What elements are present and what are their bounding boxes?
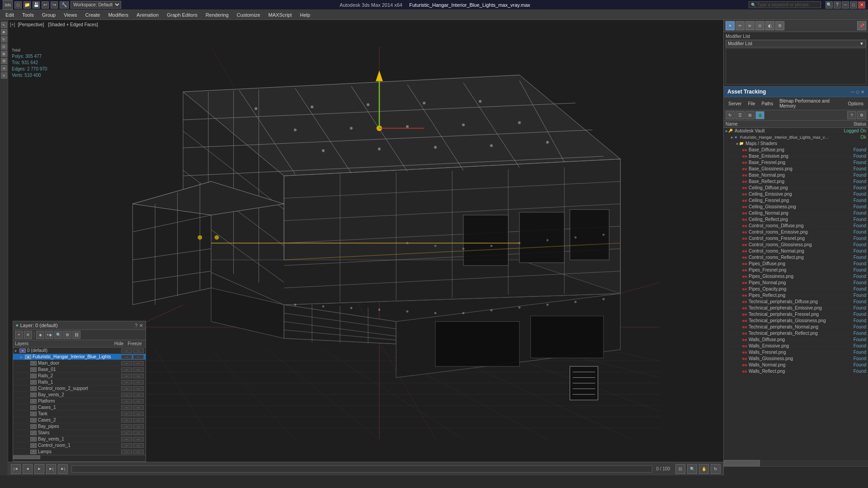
viewport-area[interactable]: [+] [Perspective] [Shaded + Edged Faces]…	[8, 20, 723, 475]
display-panel-icon[interactable]: ◐	[765, 21, 774, 30]
asset-item-pipes-fresnel[interactable]: ■■ Pipes_Fresnel.png Found	[724, 267, 868, 273]
layer-item-base01[interactable]: ○ Base_01 — —	[13, 366, 146, 373]
layer-item-bay-pipes[interactable]: ○ Bay_pipes — —	[13, 423, 146, 430]
asset-menu-bitmap[interactable]: Bitmap Performance and Memory	[777, 98, 844, 109]
asset-item-ceiling-reflect[interactable]: ■■ Ceiling_Reflect.png Found	[724, 216, 868, 223]
asset-restore-btn[interactable]: □	[856, 89, 859, 94]
modify-panel-icon[interactable]: ✏	[736, 21, 745, 30]
render-setup-btn[interactable]: 🔧	[60, 1, 69, 9]
viewport-mode-label[interactable]: [Shaded + Edged Faces]	[47, 22, 99, 28]
sidebar-scale-icon[interactable]: ⊡	[1, 43, 7, 50]
sidebar-link-icon[interactable]: ⛓	[1, 58, 7, 64]
pin-panel-icon[interactable]: 📌	[857, 21, 866, 30]
asset-item-techperi-emissive[interactable]: ■■ Technical_peripherals_Emissive.png Fo…	[724, 305, 868, 311]
minimize-btn[interactable]: ─	[842, 1, 849, 9]
asset-menu-options[interactable]: Options	[845, 101, 866, 107]
modifier-dropdown[interactable]: Modifier List ▼	[726, 40, 866, 47]
asset-item-walls-normal[interactable]: ■■ Walls_Normal.png Found	[724, 362, 868, 368]
undo-btn[interactable]: ↩	[42, 1, 49, 9]
layer-item-default[interactable]: ▸ ● 0 (default) — —	[13, 347, 146, 354]
sidebar-align-icon[interactable]: ≡	[1, 72, 7, 79]
workspace-select[interactable]: Workspace: Default	[71, 1, 121, 9]
layer-item-control-room1[interactable]: ○ Control_room_1 — —	[13, 442, 146, 449]
asset-item-techperi-fresnel[interactable]: ■■ Technical_peripherals_Fresnel.png Fou…	[724, 311, 868, 318]
menu-animation[interactable]: Animation	[133, 11, 162, 19]
layers-delete-btn[interactable]: ✕	[24, 331, 32, 339]
layer-item-control-room2-support[interactable]: ○ Control_room_2_support — —	[13, 385, 146, 392]
asset-list-view-btn[interactable]: ☰	[736, 111, 745, 119]
layers-select-btn[interactable]: ◈	[36, 331, 44, 339]
asset-item-ceiling-normal[interactable]: ■■ Ceiling_Normal.png Found	[724, 210, 868, 216]
search-icon-btn[interactable]: 🔍	[826, 1, 833, 9]
asset-item-pipes-reflect[interactable]: ■■ Pipes_Reflect.png Found	[724, 292, 868, 299]
asset-item-base-fresnel[interactable]: ■■ Base_Fresnel.png Found	[724, 160, 868, 166]
asset-item-base-diffuse[interactable]: ■■ Base_Diffuse.png Found	[724, 147, 868, 153]
asset-item-control-fresnel[interactable]: ■■ Control_rooms_Fresnel.png Found	[724, 235, 868, 242]
asset-item-control-normal[interactable]: ■■ Control_rooms_Normal.png Found	[724, 248, 868, 254]
menu-graph-editors[interactable]: Graph Editors	[163, 11, 201, 19]
open-btn[interactable]: 📁	[24, 1, 31, 9]
sidebar-mirror-icon[interactable]: ⊲	[1, 65, 7, 71]
asset-item-ceiling-diffuse[interactable]: ■■ Ceiling_Diffuse.png Found	[724, 185, 868, 191]
asset-item-techperi-normal[interactable]: ■■ Technical_peripherals_Normal.png Foun…	[724, 324, 868, 330]
asset-scrollbar-horizontal[interactable]	[724, 460, 868, 466]
viewport-pan-btn[interactable]: ✋	[699, 464, 709, 474]
asset-item-pipes-opacity[interactable]: ■■ Pipes_Opacity.png Found	[724, 286, 868, 292]
layer-item-main-door[interactable]: ○ Main_door — —	[13, 360, 146, 366]
layer-item-stairs[interactable]: ○ Stairs — —	[13, 430, 146, 436]
asset-item-walls-emissive[interactable]: ■■ Walls_Emissive.png Found	[724, 343, 868, 349]
create-panel-icon[interactable]: ✦	[726, 21, 735, 30]
asset-item-pipes-normal[interactable]: ■■ Pipes_Normal.png Found	[724, 280, 868, 286]
layer-item-bay-vents1[interactable]: ○ Bay_vents_1 — —	[13, 436, 146, 442]
close-btn[interactable]: ✕	[858, 1, 865, 9]
menu-maxscript[interactable]: MAXScript	[265, 11, 296, 19]
asset-item-techperi-glossiness[interactable]: ■■ Technical_peripherals_Glossiness.png …	[724, 318, 868, 324]
layers-add-sel-btn[interactable]: +◈	[45, 331, 53, 339]
asset-item-pipes-diffuse[interactable]: ■■ Pipes_Diffuse.png Found	[724, 261, 868, 267]
asset-item-control-diffuse[interactable]: ■■ Control_rooms_Diffuse.png Found	[724, 223, 868, 229]
asset-item-walls-fresnel[interactable]: ■■ Walls_Fresnel.png Found	[724, 349, 868, 356]
asset-settings-btn[interactable]: ⚙	[857, 111, 866, 119]
layers-find-btn[interactable]: 🔍	[54, 331, 62, 339]
menu-views[interactable]: Views	[60, 11, 80, 19]
asset-item-walls-reflect[interactable]: ■■ Walls_Reflect.png Found	[724, 368, 868, 375]
viewport-maximize-btn[interactable]: ⊡	[675, 464, 685, 474]
layer-item-bay-vents2[interactable]: ○ Bay_vents_2 — —	[13, 392, 146, 398]
asset-tree-view-btn[interactable]: 🌲	[755, 111, 764, 119]
viewport-zoom-btn[interactable]: 🔍	[687, 464, 697, 474]
layer-item-platform[interactable]: ○ Platform — —	[13, 398, 146, 404]
layer-item-rails1[interactable]: ○ Rails_1 — —	[13, 379, 146, 385]
menu-create[interactable]: Create	[81, 11, 104, 19]
asset-item-ceiling-fresnel[interactable]: ■■ Ceiling_Fresnel.png Found	[724, 197, 868, 204]
asset-item-walls-glossiness[interactable]: ■■ Walls_Glossiness.png Found	[724, 356, 868, 362]
motion-panel-icon[interactable]: ⊙	[755, 21, 764, 30]
timeline-prev-btn[interactable]: ◄	[23, 464, 33, 474]
asset-menu-paths[interactable]: Paths	[759, 101, 776, 107]
help-btn[interactable]: ?	[834, 1, 841, 9]
timeline-end-btn[interactable]: ►|	[58, 464, 68, 474]
new-btn[interactable]: □	[14, 1, 22, 9]
sidebar-snap-icon[interactable]: ⊞	[1, 51, 7, 57]
menu-modifiers[interactable]: Modifiers	[104, 11, 132, 19]
asset-item-techperi-reflect[interactable]: ■■ Technical_peripherals_Reflect.png Fou…	[724, 330, 868, 337]
layers-help-btn[interactable]: ?	[135, 323, 137, 328]
menu-edit[interactable]: Edit	[2, 11, 18, 19]
timeline-bar[interactable]	[71, 465, 652, 473]
redo-btn[interactable]: ↪	[51, 1, 58, 9]
viewport-orbit-btn[interactable]: ↻	[711, 464, 721, 474]
asset-item-base-emissive[interactable]: ■■ Base_Emissive.png Found	[724, 153, 868, 160]
sidebar-select-icon[interactable]: ↖	[1, 22, 7, 28]
menu-help[interactable]: Help	[297, 11, 314, 19]
asset-scrollbar-thumb[interactable]	[724, 460, 760, 466]
layer-item-rails2[interactable]: ○ Rails_2 — —	[13, 373, 146, 379]
asset-item-ceiling-glossiness[interactable]: ■■ Ceiling_Glossiness.png Found	[724, 204, 868, 210]
asset-item-techperi-diffuse[interactable]: ■■ Technical_peripherals_Diffuse.png Fou…	[724, 299, 868, 305]
asset-item-base-glossiness[interactable]: ■■ Base_Glossiness.png Found	[724, 166, 868, 172]
layers-new-btn[interactable]: +	[15, 331, 23, 339]
asset-item-ceiling-emissive[interactable]: ■■ Ceiling_Emissive.png Found	[724, 191, 868, 197]
menu-group[interactable]: Group	[38, 11, 60, 19]
layers-link-btn[interactable]: ⛓	[72, 331, 80, 339]
layer-item-hangar[interactable]: ▸ ● Futuristic_Hangar_Interior_Blue_Ligh…	[13, 354, 146, 360]
asset-item-maps-folder[interactable]: ▸ 📁 Maps / Shaders	[724, 141, 868, 147]
asset-refresh-btn[interactable]: ↻	[726, 111, 735, 119]
